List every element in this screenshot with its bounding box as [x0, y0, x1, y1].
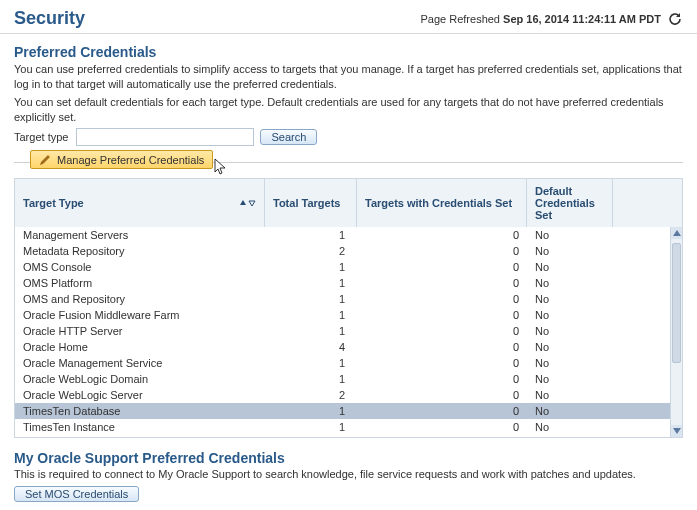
cell-target-type: Oracle WebLogic Server [15, 387, 265, 403]
cell-target-type: Oracle Fusion Middleware Farm [15, 307, 265, 323]
table-row[interactable]: Oracle HTTP Server10No [15, 323, 682, 339]
cursor-icon [214, 158, 228, 178]
cell-total-targets: 1 [265, 259, 357, 275]
table-row[interactable]: OMS Platform10No [15, 275, 682, 291]
table-row[interactable]: TimesTen Instance10No [15, 419, 682, 435]
cell-targets-with-credentials-set: 0 [357, 307, 527, 323]
cell-targets-with-credentials-set: 0 [357, 259, 527, 275]
cell-total-targets: 1 [265, 291, 357, 307]
cell-default-credentials-set: No [527, 403, 613, 419]
table-row[interactable]: TimesTen Database10No [15, 403, 682, 419]
table-row[interactable]: Oracle Home40No [15, 339, 682, 355]
cell-total-targets: 2 [265, 243, 357, 259]
cell-target-type: Oracle Home [15, 339, 265, 355]
col-header-targets-with-credentials-set[interactable]: Targets with Credentials Set [357, 179, 527, 227]
cell-default-credentials-set: No [527, 291, 613, 307]
cell-target-type: Oracle WebLogic Domain [15, 371, 265, 387]
pencil-icon [39, 153, 52, 166]
preferred-desc-2: You can set default credentials for each… [14, 95, 683, 125]
cell-total-targets: 4 [265, 339, 357, 355]
preferred-credentials-title: Preferred Credentials [14, 44, 683, 60]
cell-default-credentials-set: No [527, 323, 613, 339]
cell-default-credentials-set: No [527, 307, 613, 323]
col-header-target-type[interactable]: Target Type [15, 179, 265, 227]
cell-targets-with-credentials-set: 0 [357, 355, 527, 371]
cell-target-type: OMS Console [15, 259, 265, 275]
mos-title: My Oracle Support Preferred Credentials [14, 450, 683, 466]
refresh-icon[interactable] [667, 11, 683, 27]
cell-default-credentials-set: No [527, 339, 613, 355]
cell-targets-with-credentials-set: 0 [357, 275, 527, 291]
table-row[interactable]: OMS Console10No [15, 259, 682, 275]
target-type-input[interactable] [76, 128, 254, 146]
cell-targets-with-credentials-set: 0 [357, 227, 527, 243]
search-button[interactable]: Search [260, 129, 317, 145]
cell-target-type: TimesTen Instance [15, 419, 265, 435]
table-row[interactable]: Metadata Repository20No [15, 243, 682, 259]
cell-target-type: TimesTen Database [15, 403, 265, 419]
cell-targets-with-credentials-set: 0 [357, 419, 527, 435]
mos-desc: This is required to connect to My Oracle… [14, 468, 683, 480]
set-mos-credentials-button[interactable]: Set MOS Credentials [14, 486, 139, 502]
cell-targets-with-credentials-set: 0 [357, 371, 527, 387]
cell-target-type: OMS Platform [15, 275, 265, 291]
cell-total-targets: 1 [265, 403, 357, 419]
cell-total-targets: 1 [265, 355, 357, 371]
preferred-desc-1: You can use preferred credentials to sim… [14, 62, 683, 92]
credentials-table: Target Type Total Targets Targets with C… [14, 178, 683, 438]
manage-preferred-credentials-label: Manage Preferred Credentials [57, 154, 204, 166]
cell-total-targets: 1 [265, 371, 357, 387]
table-row[interactable]: Oracle WebLogic Domain10No [15, 371, 682, 387]
col-header-total-targets[interactable]: Total Targets [265, 179, 357, 227]
cell-total-targets: 1 [265, 419, 357, 435]
cell-target-type: OMS and Repository [15, 291, 265, 307]
cell-default-credentials-set: No [527, 227, 613, 243]
cell-default-credentials-set: No [527, 355, 613, 371]
cell-total-targets: 2 [265, 387, 357, 403]
table-row[interactable]: Management Servers10No [15, 227, 682, 243]
sort-icon[interactable] [239, 199, 256, 207]
cell-target-type: Oracle HTTP Server [15, 323, 265, 339]
cell-total-targets: 1 [265, 307, 357, 323]
manage-preferred-credentials-button[interactable]: Manage Preferred Credentials [30, 150, 213, 169]
cell-default-credentials-set: No [527, 419, 613, 435]
col-header-default-credentials-set[interactable]: Default Credentials Set [527, 179, 613, 227]
cell-default-credentials-set: No [527, 371, 613, 387]
table-row[interactable]: OMS and Repository10No [15, 291, 682, 307]
cell-total-targets: 1 [265, 275, 357, 291]
cell-default-credentials-set: No [527, 387, 613, 403]
scroll-down-icon[interactable] [671, 425, 682, 437]
cell-targets-with-credentials-set: 0 [357, 323, 527, 339]
cell-default-credentials-set: No [527, 275, 613, 291]
page-refreshed-text: Page Refreshed Sep 16, 2014 11:24:11 AM … [420, 13, 661, 25]
cell-target-type: Metadata Repository [15, 243, 265, 259]
cell-default-credentials-set: No [527, 259, 613, 275]
cell-targets-with-credentials-set: 0 [357, 243, 527, 259]
scroll-thumb[interactable] [672, 243, 681, 363]
cell-targets-with-credentials-set: 0 [357, 403, 527, 419]
scroll-up-icon[interactable] [671, 227, 682, 239]
cell-total-targets: 1 [265, 323, 357, 339]
table-scrollbar[interactable] [670, 227, 682, 437]
cell-default-credentials-set: No [527, 243, 613, 259]
cell-targets-with-credentials-set: 0 [357, 291, 527, 307]
cell-targets-with-credentials-set: 0 [357, 339, 527, 355]
target-type-label: Target type [14, 131, 68, 143]
table-row[interactable]: Oracle Management Service10No [15, 355, 682, 371]
cell-targets-with-credentials-set: 0 [357, 387, 527, 403]
page-title: Security [14, 8, 85, 29]
cell-total-targets: 1 [265, 227, 357, 243]
cell-target-type: Oracle Management Service [15, 355, 265, 371]
cell-target-type: Management Servers [15, 227, 265, 243]
table-row[interactable]: Oracle Fusion Middleware Farm10No [15, 307, 682, 323]
table-row[interactable]: Oracle WebLogic Server20No [15, 387, 682, 403]
